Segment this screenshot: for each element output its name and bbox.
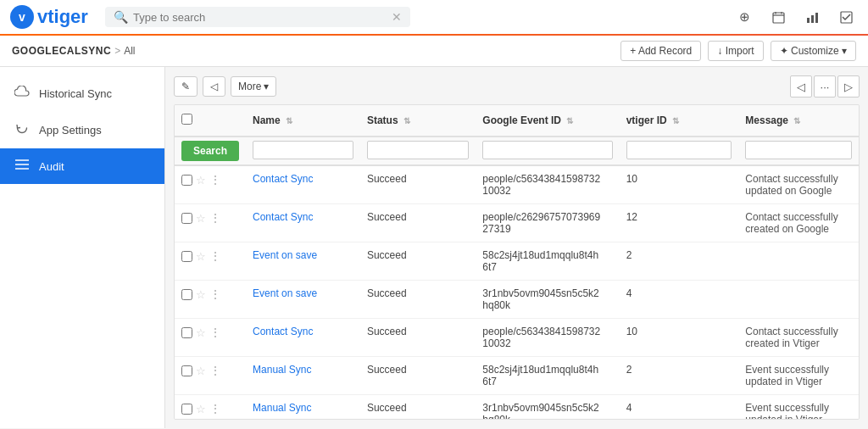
row-more-icon[interactable]: ⋮ bbox=[209, 211, 221, 225]
svg-rect-5 bbox=[811, 15, 814, 23]
row-checkbox[interactable] bbox=[181, 327, 192, 338]
table-row: ☆ ⋮ Event on save Succeed 3r1nbv5ovm9045… bbox=[175, 281, 859, 319]
star-icon[interactable]: ☆ bbox=[196, 326, 206, 339]
row-checkbox[interactable] bbox=[181, 404, 192, 415]
cloud-icon bbox=[14, 86, 31, 101]
row-google-event-id: 58c2sj4jt18ud1mqqlu8t4h 6t7 bbox=[476, 357, 619, 395]
row-google-event-id: 3r1nbv5ovm9045sn5c5k2 hq80k bbox=[476, 395, 619, 421]
row-google-event-id: 58c2sj4jt18ud1mqqlu8t4h 6t7 bbox=[476, 242, 619, 281]
checkmark-icon[interactable] bbox=[834, 5, 858, 29]
sidebar-item-historical-sync[interactable]: Historical Sync bbox=[0, 75, 164, 111]
add-record-button[interactable]: + Add Record bbox=[620, 41, 701, 61]
breadcrumb-current: All bbox=[124, 45, 135, 57]
settings-icon[interactable]: ⊕ bbox=[732, 5, 756, 29]
row-vtiger-id: 10 bbox=[620, 165, 739, 204]
sidebar-item-label: Audit bbox=[39, 160, 64, 173]
search-button[interactable]: Search bbox=[181, 141, 239, 161]
sidebar-item-app-settings[interactable]: App Settings bbox=[0, 111, 164, 148]
search-clear-icon[interactable]: ✕ bbox=[392, 10, 402, 24]
sidebar-item-label: App Settings bbox=[39, 124, 102, 136]
filter-vtiger-id-input[interactable] bbox=[626, 141, 732, 159]
search-icon: 🔍 bbox=[114, 10, 128, 24]
row-actions-cell: ☆ ⋮ bbox=[175, 204, 246, 242]
name-link[interactable]: Contact Sync bbox=[253, 211, 313, 223]
filter-message-cell[interactable] bbox=[738, 136, 859, 165]
header-checkbox[interactable] bbox=[175, 105, 246, 136]
name-link[interactable]: Event on save bbox=[253, 249, 317, 261]
filter-status-cell[interactable] bbox=[360, 136, 476, 165]
header-google-event-id: Google Event ID ⇅ bbox=[476, 105, 619, 136]
top-nav: v vtiger 🔍 ✕ ⊕ bbox=[0, 0, 868, 36]
prev-page-button[interactable]: ◁ bbox=[790, 75, 812, 98]
sort-vtiger-id-icon[interactable]: ⇅ bbox=[672, 116, 679, 125]
star-icon[interactable]: ☆ bbox=[196, 365, 206, 377]
sort-status-icon[interactable]: ⇅ bbox=[403, 116, 410, 125]
row-vtiger-id: 4 bbox=[620, 395, 739, 421]
row-checkbox[interactable] bbox=[181, 175, 192, 186]
logo-icon: v bbox=[10, 5, 34, 29]
filter-google-event-id-input[interactable] bbox=[482, 141, 612, 159]
search-input[interactable] bbox=[133, 11, 392, 24]
sort-google-event-id-icon[interactable]: ⇅ bbox=[566, 116, 573, 125]
table-header-row: Name ⇅ Status ⇅ Google Event ID ⇅ vtig bbox=[175, 105, 859, 136]
row-more-icon[interactable]: ⋮ bbox=[209, 287, 221, 301]
row-actions-cell: ☆ ⋮ bbox=[175, 281, 246, 319]
row-status: Succeed bbox=[360, 281, 476, 319]
star-icon[interactable]: ☆ bbox=[196, 212, 206, 225]
name-link[interactable]: Manual Sync bbox=[253, 402, 311, 414]
row-actions-cell: ☆ ⋮ bbox=[175, 395, 246, 421]
sort-name-icon[interactable]: ⇅ bbox=[286, 116, 292, 125]
calendar-icon[interactable] bbox=[766, 5, 790, 29]
row-more-icon[interactable]: ⋮ bbox=[209, 173, 221, 187]
name-link[interactable]: Contact Sync bbox=[253, 326, 313, 337]
star-icon[interactable]: ☆ bbox=[196, 288, 206, 301]
filter-message-input[interactable] bbox=[745, 141, 852, 159]
star-icon[interactable]: ☆ bbox=[196, 403, 206, 415]
row-status: Succeed bbox=[360, 242, 476, 281]
row-name: Contact Sync bbox=[246, 204, 360, 242]
filter-name-input[interactable] bbox=[253, 141, 353, 159]
row-more-icon[interactable]: ⋮ bbox=[209, 364, 221, 377]
pagination: ◁ ··· ▷ bbox=[790, 75, 860, 98]
row-status: Succeed bbox=[360, 357, 476, 395]
chart-icon[interactable] bbox=[800, 5, 824, 29]
row-checkbox[interactable] bbox=[181, 289, 192, 300]
name-link[interactable]: Contact Sync bbox=[253, 173, 313, 185]
customize-button[interactable]: ✦ Customize ▾ bbox=[771, 41, 856, 61]
name-link[interactable]: Event on save bbox=[253, 287, 317, 299]
select-all-checkbox[interactable] bbox=[181, 114, 192, 125]
breadcrumb-bar: GOOGLECALSYNC > All + Add Record ↓ Impor… bbox=[0, 36, 868, 67]
filter-name-cell[interactable] bbox=[246, 136, 360, 165]
row-more-icon[interactable]: ⋮ bbox=[209, 326, 221, 339]
star-icon[interactable]: ☆ bbox=[196, 250, 206, 263]
row-name: Contact Sync bbox=[246, 319, 360, 357]
row-actions-cell: ☆ ⋮ bbox=[175, 319, 246, 357]
row-vtiger-id: 4 bbox=[620, 281, 739, 319]
filter-status-input[interactable] bbox=[367, 141, 469, 159]
breadcrumb-module: GOOGLECALSYNC bbox=[12, 45, 111, 57]
row-message: Contact successfully created on Google bbox=[738, 204, 859, 242]
row-vtiger-id: 12 bbox=[620, 204, 739, 242]
sort-message-icon[interactable]: ⇅ bbox=[793, 116, 800, 125]
row-actions-cell: ☆ ⋮ bbox=[175, 165, 246, 204]
row-checkbox[interactable] bbox=[181, 213, 192, 224]
name-link[interactable]: Manual Sync bbox=[253, 364, 311, 376]
filter-vtiger-id-cell[interactable] bbox=[620, 136, 739, 165]
row-more-icon[interactable]: ⋮ bbox=[209, 402, 221, 415]
row-checkbox[interactable] bbox=[181, 365, 192, 376]
filter-google-event-id-cell[interactable] bbox=[476, 136, 619, 165]
table-row: ☆ ⋮ Manual Sync Succeed 3r1nbv5ovm9045sn… bbox=[175, 395, 859, 421]
search-bar[interactable]: 🔍 ✕ bbox=[105, 7, 410, 27]
sidebar-item-audit[interactable]: Audit bbox=[0, 148, 164, 184]
more-button[interactable]: More ▾ bbox=[231, 76, 276, 97]
next-page-button[interactable]: ▷ bbox=[837, 75, 860, 98]
more-arrow-icon: ▾ bbox=[264, 81, 269, 92]
row-more-icon[interactable]: ⋮ bbox=[209, 249, 221, 263]
star-icon[interactable]: ☆ bbox=[196, 174, 206, 187]
import-button[interactable]: ↓ Import bbox=[708, 41, 763, 61]
row-name: Manual Sync bbox=[246, 395, 360, 421]
back-button[interactable]: ◁ bbox=[203, 76, 225, 97]
row-checkbox[interactable] bbox=[181, 251, 192, 262]
edit-button[interactable]: ✎ bbox=[174, 76, 198, 97]
table-row: ☆ ⋮ Manual Sync Succeed 58c2sj4jt18ud1mq… bbox=[175, 357, 859, 395]
